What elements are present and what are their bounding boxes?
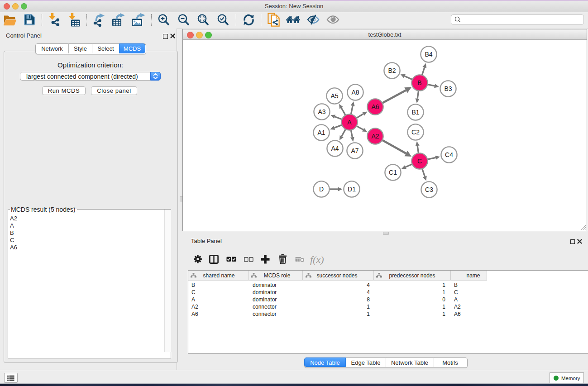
svg-text:C: C <box>417 157 422 165</box>
svg-text:C4: C4 <box>445 151 453 158</box>
svg-text:B4: B4 <box>425 51 432 58</box>
svg-text:A1: A1 <box>317 129 325 136</box>
svg-text:B2: B2 <box>388 67 396 74</box>
svg-text:A5: A5 <box>330 92 338 100</box>
svg-text:C2: C2 <box>411 129 420 136</box>
svg-text:B: B <box>417 79 421 86</box>
svg-text:A4: A4 <box>331 145 339 152</box>
svg-text:D1: D1 <box>348 186 356 193</box>
svg-text:C3: C3 <box>425 186 433 193</box>
svg-text:A3: A3 <box>318 108 325 115</box>
svg-text:A8: A8 <box>351 89 359 96</box>
svg-text:A6: A6 <box>371 103 379 110</box>
svg-text:B1: B1 <box>411 109 419 116</box>
svg-text:A2: A2 <box>371 133 379 140</box>
svg-text:A7: A7 <box>351 147 359 154</box>
svg-text:D: D <box>319 186 324 193</box>
svg-text:A: A <box>347 119 352 126</box>
svg-text:C1: C1 <box>389 169 397 176</box>
svg-text:B3: B3 <box>444 85 452 92</box>
